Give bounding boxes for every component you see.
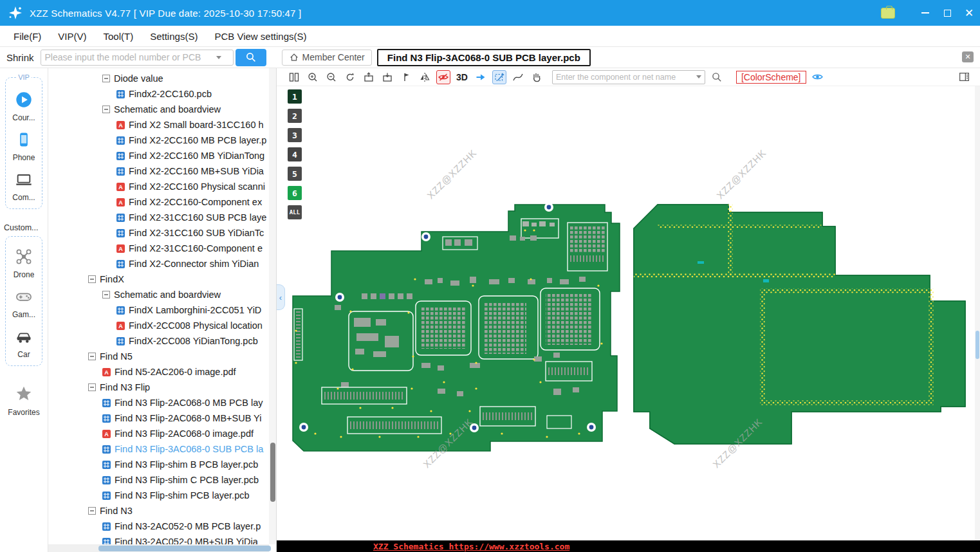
- tree-item[interactable]: Find X2-2CC160 MB YiDianTong: [48, 148, 269, 163]
- minus-box-icon: [88, 353, 96, 360]
- layout-panels-icon[interactable]: [957, 70, 971, 84]
- tree-item[interactable]: AFind X2-2CC160 Physical scanni: [48, 179, 269, 194]
- sidebar-item-gam[interactable]: Gam...: [12, 288, 35, 319]
- collapse-tree-handle[interactable]: ‹: [277, 284, 285, 310]
- chevron-down-icon[interactable]: [216, 56, 221, 59]
- colorscheme-button[interactable]: [ColorScheme]: [736, 71, 806, 84]
- model-search-input[interactable]: [41, 51, 216, 64]
- menu-tool-t[interactable]: Tool(T): [95, 31, 142, 42]
- layer-button-6[interactable]: 6: [288, 186, 302, 200]
- layer-button-4[interactable]: 4: [288, 147, 302, 161]
- tree-group[interactable]: Find N5: [48, 349, 269, 364]
- measure-curve-icon[interactable]: [511, 70, 525, 84]
- pcb-file-icon: [116, 90, 125, 98]
- tree-group[interactable]: Diode value: [48, 71, 269, 86]
- layer-button-3[interactable]: 3: [288, 128, 302, 142]
- tree-item[interactable]: AFind X2 Small board-31CC160 h: [48, 117, 269, 133]
- tree-item[interactable]: Findx2-2CC160.pcb: [48, 86, 269, 102]
- shrink-button[interactable]: Shrink: [6, 52, 34, 63]
- search-button[interactable]: [236, 49, 266, 66]
- component-search-box[interactable]: [552, 70, 705, 84]
- tree-item[interactable]: Find N3 Flip-shim C PCB layer.pcb: [48, 472, 269, 488]
- tree-item[interactable]: AFind N3 Flip-2AC068-0 image.pdf: [48, 426, 269, 441]
- pcb-file-icon: [116, 229, 125, 237]
- zoom-in-icon[interactable]: [306, 70, 320, 84]
- tree-item[interactable]: Find N3-2AC052-0 MB PCB layer.p: [48, 519, 269, 534]
- layer-button-all[interactable]: ALL: [288, 205, 302, 219]
- close-panel-icon[interactable]: ✕: [962, 51, 974, 62]
- pin-icon[interactable]: [399, 70, 413, 84]
- layer-button-5[interactable]: 5: [288, 167, 302, 181]
- board-bottom-icon[interactable]: [380, 70, 394, 84]
- tree-item-label: Find N3 Flip-shim PCB layer.pcb: [115, 490, 250, 501]
- tree-item[interactable]: AFindX-2CC008 Physical location: [48, 318, 269, 333]
- member-center-button[interactable]: Member Center: [282, 50, 372, 66]
- tree-item[interactable]: Find N3 Flip-3AC068-0 SUB PCB la: [48, 441, 269, 457]
- tree-item[interactable]: FindX-2CC008 YiDianTong.pcb: [48, 333, 269, 349]
- tree-item[interactable]: Find X2-Connector shim YiDian: [48, 256, 269, 271]
- jump-arrow-icon[interactable]: [474, 70, 488, 84]
- statusbar-link[interactable]: XZZ Schematics https://www.xzztools.com: [373, 542, 569, 551]
- close-button[interactable]: ✕: [958, 0, 980, 26]
- menu-file-f[interactable]: File(F): [5, 31, 50, 42]
- tree-item[interactable]: AFind N5-2AC206-0 image.pdf: [48, 364, 269, 380]
- tree-horizontal-scroll-thumb[interactable]: [98, 546, 271, 551]
- tree-item[interactable]: Find N3 Flip-shim B PCB layer.pcb: [48, 457, 269, 472]
- sidebar-item-car[interactable]: Car: [12, 327, 35, 359]
- tree-item-label: Find N3 Flip-2AC068-0 image.pdf: [115, 428, 254, 439]
- menu-settings-s[interactable]: Settings(S): [142, 31, 206, 42]
- tree-item[interactable]: Find X2-2CC160 MB+SUB YiDia: [48, 163, 269, 179]
- sidebar-item-favorites[interactable]: Favorites: [8, 384, 39, 417]
- tree-group[interactable]: Find N3 Flip: [48, 380, 269, 395]
- chevron-down-icon[interactable]: [696, 75, 701, 78]
- menu-pcb-view-settings-s[interactable]: PCB View settings(S): [206, 31, 315, 42]
- sidebar-item-cour[interactable]: Cour...: [12, 91, 35, 122]
- sidebar-item-phone[interactable]: Phone: [12, 131, 35, 162]
- tree-item[interactable]: Find X2-2CC160 MB PCB layer.p: [48, 133, 269, 148]
- zoom-out-icon[interactable]: [324, 70, 338, 84]
- tree-item[interactable]: Find N3 Flip-shim PCB layer.pcb: [48, 488, 269, 503]
- tree-group[interactable]: Schematic and boardview: [48, 102, 269, 117]
- topbar: Shrink Member Center Find N3 Flip-3AC068…: [0, 47, 980, 68]
- tree-item[interactable]: AFind X2-2CC160-Component ex: [48, 194, 269, 210]
- grab-hand-icon[interactable]: [530, 70, 544, 84]
- document-tab[interactable]: Find N3 Flip-3AC068-0 SUB PCB layer.pcb: [377, 49, 591, 66]
- tree-item[interactable]: FindX Lamborghini-2CC051 YiD: [48, 302, 269, 318]
- canvas-scroll-thumb[interactable]: [975, 331, 979, 359]
- tree-group[interactable]: Schematic and boardview: [48, 287, 269, 302]
- area-select-icon[interactable]: [492, 70, 506, 84]
- refresh-view-icon[interactable]: [343, 70, 357, 84]
- minimize-button[interactable]: [914, 0, 936, 26]
- menu-vip-v[interactable]: VIP(V): [50, 31, 95, 42]
- hide-component-icon[interactable]: [436, 70, 450, 84]
- visibility-eye-icon[interactable]: [811, 70, 825, 84]
- layer-button-2[interactable]: 2: [288, 109, 302, 123]
- tree-item[interactable]: AFind X2-31CC160-Component e: [48, 241, 269, 256]
- tree-group[interactable]: Find N3: [48, 503, 269, 519]
- tree-group[interactable]: FindX: [48, 271, 269, 287]
- maximize-button[interactable]: [936, 0, 958, 26]
- tree-item[interactable]: Find X2-31CC160 SUB YiDianTc: [48, 225, 269, 241]
- computer-icon: [15, 170, 33, 191]
- 3d-view-button[interactable]: 3D: [455, 72, 469, 82]
- tree-item[interactable]: Find N3 Flip-2AC068-0 MB+SUB Yi: [48, 410, 269, 426]
- tree-vertical-scroll-thumb[interactable]: [270, 443, 275, 502]
- tree-item[interactable]: Find X2-31CC160 SUB PCB laye: [48, 210, 269, 225]
- play-icon: [15, 91, 33, 111]
- star-icon: [14, 394, 33, 405]
- tree-item[interactable]: Find N3 Flip-2AC068-0 MB PCB lay: [48, 395, 269, 410]
- split-view-icon[interactable]: [287, 70, 301, 84]
- layer-button-1[interactable]: 1: [288, 89, 302, 104]
- component-search-icon[interactable]: [710, 70, 724, 84]
- canvas-vertical-scrollbar[interactable]: [975, 86, 980, 540]
- tree-horizontal-scrollbar[interactable]: [48, 544, 269, 552]
- tree-vertical-scrollbar[interactable]: [269, 68, 276, 544]
- sidebar-item-drone[interactable]: Drone: [12, 248, 35, 279]
- mirror-flip-icon[interactable]: [418, 70, 432, 84]
- model-search-box[interactable]: [41, 50, 234, 66]
- board-top-icon[interactable]: [362, 70, 376, 84]
- sidebar-item-com[interactable]: Com...: [12, 170, 35, 202]
- component-search-input[interactable]: [553, 71, 696, 83]
- pcb-canvas[interactable]: 123456ALL: [277, 86, 980, 540]
- license-icon[interactable]: [881, 8, 895, 19]
